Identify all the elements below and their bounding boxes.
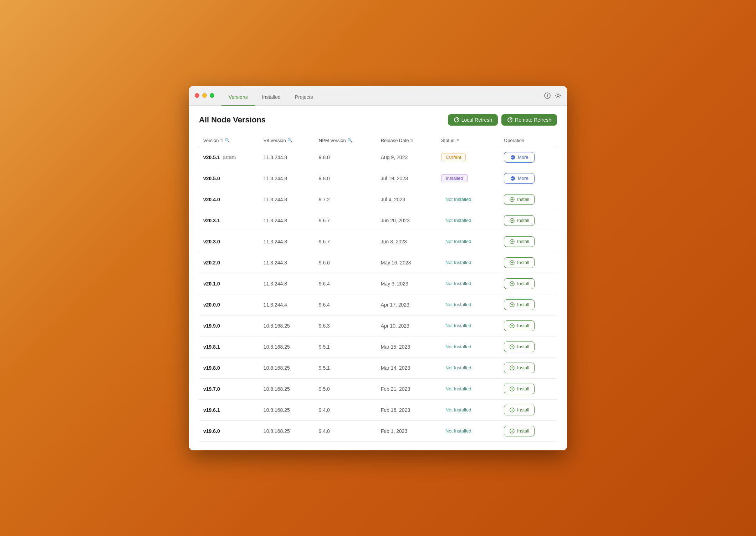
cell-version: v19.9.0 <box>199 315 259 336</box>
install-button[interactable]: Install <box>504 342 535 352</box>
svg-point-3 <box>557 95 559 97</box>
cell-npm: 9.6.3 <box>315 315 377 336</box>
cell-date: Jun 8, 2023 <box>377 231 437 252</box>
cell-npm: 9.6.4 <box>315 294 377 315</box>
cell-status: Not Installed <box>437 399 500 420</box>
cell-operation: Install <box>500 336 557 357</box>
cell-npm: 9.6.6 <box>315 252 377 273</box>
cell-date: Apr 17, 2023 <box>377 294 437 315</box>
settings-icon[interactable] <box>555 92 561 99</box>
info-icon[interactable] <box>544 92 551 99</box>
install-button[interactable]: Install <box>504 426 535 436</box>
version-filter-icon[interactable]: 🔍 <box>225 138 230 143</box>
install-button[interactable]: Install <box>504 278 535 289</box>
install-icon <box>509 428 515 434</box>
cell-operation: More <box>500 147 557 168</box>
cell-operation: Install <box>500 420 557 441</box>
install-button[interactable]: Install <box>504 363 535 373</box>
cell-status: Not Installed <box>437 294 500 315</box>
cell-operation: Install <box>500 273 557 294</box>
install-icon <box>509 218 515 223</box>
table-row: v20.3.011.3.244.89.6.7Jun 8, 2023Not Ins… <box>199 231 557 252</box>
cell-version: v20.5.0 <box>199 168 259 189</box>
cell-date: May 3, 2023 <box>377 273 437 294</box>
cell-version: v20.5.1(latest) <box>199 147 259 168</box>
cell-npm: 9.6.7 <box>315 210 377 231</box>
cell-date: Aug 9, 2023 <box>377 147 437 168</box>
cell-npm: 9.5.1 <box>315 336 377 357</box>
cell-date: Mar 14, 2023 <box>377 357 437 378</box>
cell-version: v19.6.1 <box>199 399 259 420</box>
cell-operation: Install <box>500 231 557 252</box>
tab-versions[interactable]: Versions <box>221 91 255 106</box>
minimize-button[interactable] <box>202 93 207 98</box>
tab-bar: VersionsInstalledProjects <box>221 91 544 105</box>
cell-operation: Install <box>500 252 557 273</box>
install-icon <box>509 386 515 392</box>
maximize-button[interactable] <box>210 93 214 98</box>
status-badge: Not Installed <box>441 301 475 308</box>
app-window: VersionsInstalledProjects All Node Versi… <box>189 86 567 450</box>
svg-point-11 <box>514 178 514 178</box>
local-refresh-button[interactable]: Local Refresh <box>448 114 498 126</box>
status-badge: Not Installed <box>441 259 475 266</box>
tab-installed[interactable]: Installed <box>255 91 288 106</box>
svg-point-10 <box>512 178 513 178</box>
cell-npm: 9.5.1 <box>315 357 377 378</box>
install-button[interactable]: Install <box>504 299 535 310</box>
status-badge: Not Installed <box>441 238 475 245</box>
install-button[interactable]: Install <box>504 405 535 415</box>
date-sort-icon[interactable]: ⇅ <box>410 138 413 143</box>
version-sort-icon[interactable]: ⇅ <box>220 138 223 143</box>
install-button[interactable]: Install <box>504 320 535 331</box>
titlebar-icons <box>544 92 561 104</box>
titlebar: VersionsInstalledProjects <box>189 86 567 106</box>
cell-v8: 10.8.168.25 <box>259 336 315 357</box>
status-filter-icon[interactable]: ▼ <box>456 138 460 143</box>
remote-refresh-button[interactable]: Remote Refresh <box>501 114 557 126</box>
install-button[interactable]: Install <box>504 257 535 268</box>
cell-v8: 10.8.168.25 <box>259 357 315 378</box>
cell-status: Not Installed <box>437 210 500 231</box>
cell-version: v20.0.0 <box>199 294 259 315</box>
install-icon <box>509 197 515 202</box>
th-version: Version ⇅ 🔍 <box>199 134 259 147</box>
cell-v8: 10.8.168.25 <box>259 399 315 420</box>
install-icon <box>509 344 515 350</box>
table-row: v20.5.1(latest)11.3.244.89.8.0Aug 9, 202… <box>199 147 557 168</box>
cell-date: Feb 16, 2023 <box>377 399 437 420</box>
status-badge: Not Installed <box>441 322 475 329</box>
install-button[interactable]: Install <box>504 236 535 247</box>
svg-point-6 <box>512 157 513 157</box>
cell-version: v19.6.0 <box>199 420 259 441</box>
install-button[interactable]: Install <box>504 384 535 394</box>
cell-operation: Install <box>500 357 557 378</box>
status-badge: Current <box>441 153 466 161</box>
v8-filter-icon[interactable]: 🔍 <box>287 138 293 143</box>
th-npm: NPM Version 🔍 <box>315 134 377 147</box>
more-button[interactable]: More <box>504 152 535 163</box>
install-icon <box>509 365 515 371</box>
install-icon <box>509 260 515 266</box>
cell-npm: 9.8.0 <box>315 168 377 189</box>
npm-filter-icon[interactable]: 🔍 <box>347 138 353 143</box>
close-button[interactable] <box>195 93 199 98</box>
cell-status: Not Installed <box>437 420 500 441</box>
tab-projects[interactable]: Projects <box>288 91 320 106</box>
status-badge: Not Installed <box>441 385 475 393</box>
status-badge: Not Installed <box>441 217 475 224</box>
install-button[interactable]: Install <box>504 215 535 226</box>
install-button[interactable]: Install <box>504 194 535 205</box>
table-row: v19.6.010.8.168.259.4.0Feb 1, 2023Not In… <box>199 420 557 441</box>
table-body: v20.5.1(latest)11.3.244.89.8.0Aug 9, 202… <box>199 147 557 441</box>
install-icon <box>509 302 515 308</box>
cell-v8: 10.8.168.25 <box>259 378 315 399</box>
svg-point-5 <box>511 157 512 157</box>
cell-operation: Install <box>500 210 557 231</box>
cell-v8: 11.3.244.8 <box>259 210 315 231</box>
cell-operation: Install <box>500 294 557 315</box>
table-row: v19.8.010.8.168.259.5.1Mar 14, 2023Not I… <box>199 357 557 378</box>
table-row: v20.3.111.3.244.89.6.7Jun 20, 2023Not In… <box>199 210 557 231</box>
more-button[interactable]: More <box>504 173 535 184</box>
cell-version: v20.3.0 <box>199 231 259 252</box>
